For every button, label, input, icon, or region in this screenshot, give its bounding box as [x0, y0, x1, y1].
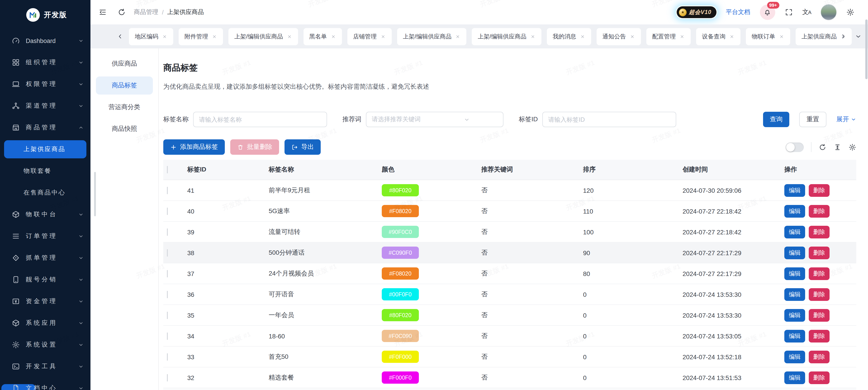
- breadcrumb-parent[interactable]: 商品管理: [134, 8, 158, 16]
- close-icon[interactable]: [380, 34, 385, 39]
- tabs-dropdown-icon[interactable]: [855, 33, 862, 40]
- close-icon[interactable]: [779, 34, 784, 39]
- sidebar-item[interactable]: 订单管理: [0, 225, 90, 247]
- close-icon[interactable]: [679, 34, 685, 39]
- table-row[interactable]: 3724个月视频会员#F08020否802024-07-27 22:17:29编…: [163, 263, 856, 284]
- tab[interactable]: 设备查询: [696, 28, 740, 45]
- delete-button[interactable]: 删除: [809, 246, 830, 259]
- delete-button[interactable]: 删除: [809, 330, 830, 342]
- delete-button[interactable]: 删除: [809, 371, 830, 384]
- table-row[interactable]: 35一年会员#80F020否02024-07-24 13:53:30编辑删除: [163, 305, 856, 326]
- edit-button[interactable]: 编辑: [784, 371, 805, 384]
- subnav-item[interactable]: 供应商品: [96, 55, 153, 73]
- tag-name-input[interactable]: [193, 112, 327, 127]
- row-checkbox[interactable]: [167, 249, 168, 256]
- tab[interactable]: 配置管理: [646, 28, 691, 45]
- fullscreen-icon[interactable]: [784, 8, 793, 16]
- table-row[interactable]: 38500分钟通话#C090F0否902024-07-27 22:17:29编辑…: [163, 242, 856, 263]
- tab[interactable]: 店铺管理: [347, 28, 392, 45]
- edit-button[interactable]: 编辑: [784, 288, 805, 301]
- sidebar-item[interactable]: 资金管理: [0, 291, 90, 312]
- edit-button[interactable]: 编辑: [784, 184, 805, 197]
- search-button[interactable]: 查询: [763, 112, 789, 127]
- reload-icon[interactable]: [819, 143, 827, 151]
- close-icon[interactable]: [212, 34, 217, 39]
- close-icon[interactable]: [286, 34, 292, 39]
- tab[interactable]: 通知公告: [597, 28, 641, 45]
- row-checkbox[interactable]: [167, 207, 168, 215]
- column-settings-gear-icon[interactable]: [848, 143, 856, 151]
- tag-id-input[interactable]: [542, 112, 676, 127]
- close-icon[interactable]: [630, 34, 635, 39]
- avatar[interactable]: [820, 4, 837, 20]
- edit-button[interactable]: 编辑: [784, 246, 805, 259]
- vip-badge[interactable]: ★ 超会V10: [677, 6, 716, 18]
- row-checkbox[interactable]: [167, 353, 168, 360]
- edit-button[interactable]: 编辑: [784, 226, 805, 238]
- reset-button[interactable]: 重置: [799, 112, 827, 127]
- row-checkbox[interactable]: [167, 187, 168, 194]
- table-row[interactable]: 41前半年9元月租#80F020否1202024-07-30 20:59:06编…: [163, 180, 856, 201]
- sidebar-item[interactable]: 靓号分销: [0, 269, 90, 291]
- sidebar-item[interactable]: 商品管理: [0, 117, 90, 139]
- refresh-icon[interactable]: [118, 8, 126, 16]
- delete-button[interactable]: 删除: [809, 226, 830, 238]
- translate-icon[interactable]: 文A: [802, 8, 811, 16]
- table-row[interactable]: 32精选套餐#F000F0否02024-07-24 13:51:53编辑删除: [163, 367, 856, 388]
- sidebar-item[interactable]: 系统应用: [0, 312, 90, 334]
- sidebar-item[interactable]: 文档中心: [0, 377, 90, 390]
- row-checkbox[interactable]: [167, 332, 168, 339]
- subnav-item[interactable]: 商品标签: [96, 77, 153, 95]
- row-checkbox[interactable]: [167, 270, 168, 277]
- edit-button[interactable]: 编辑: [784, 267, 805, 280]
- row-checkbox[interactable]: [167, 311, 168, 319]
- delete-button[interactable]: 删除: [809, 184, 830, 197]
- sidebar-item[interactable]: 抓单管理: [0, 247, 90, 269]
- delete-button[interactable]: 删除: [809, 205, 830, 217]
- toggle-switch[interactable]: [786, 142, 804, 152]
- table-row[interactable]: 39流量可结转#90F0C0否1002024-07-27 22:18:42编辑删…: [163, 222, 856, 242]
- keyword-select[interactable]: 请选择推荐关键词: [366, 112, 503, 127]
- sidebar-item[interactable]: 渠道管理: [0, 95, 90, 117]
- platform-docs-link[interactable]: 平台文档: [726, 8, 750, 16]
- close-icon[interactable]: [729, 34, 735, 39]
- tab[interactable]: 黑名单: [303, 28, 342, 45]
- menu-fold-icon[interactable]: [99, 8, 107, 16]
- sidebar-item[interactable]: 物联中台: [0, 204, 90, 225]
- select-all-checkbox[interactable]: [167, 166, 168, 173]
- sidebar-item[interactable]: Dashboard: [0, 30, 90, 52]
- expand-link[interactable]: 展开: [836, 115, 856, 123]
- table-row[interactable]: 405G速率#F08020否1102024-07-27 22:18:42编辑删除: [163, 201, 856, 222]
- table-row[interactable]: 33首充50#F0F000否02024-07-24 13:52:18编辑删除: [163, 347, 856, 367]
- row-checkbox[interactable]: [167, 374, 168, 381]
- sidebar-subitem[interactable]: 上架供应商品: [4, 140, 86, 158]
- gear-icon[interactable]: [846, 8, 855, 16]
- close-icon[interactable]: [580, 34, 585, 39]
- sidebar-item[interactable]: 系统设置: [0, 334, 90, 356]
- row-checkbox[interactable]: [167, 291, 168, 298]
- tab[interactable]: 地区编码: [129, 28, 173, 45]
- inner-scrollbar[interactable]: [94, 172, 96, 216]
- tab[interactable]: 上架/编辑供应商品: [472, 28, 541, 45]
- delete-button[interactable]: 删除: [809, 267, 830, 280]
- subnav-item[interactable]: 商品快照: [96, 120, 153, 138]
- sidebar-item[interactable]: 权限管理: [0, 73, 90, 95]
- sidebar-item[interactable]: 开发工具: [0, 356, 90, 377]
- edit-button[interactable]: 编辑: [784, 205, 805, 217]
- tab[interactable]: 上架/编辑供应商品: [228, 28, 298, 45]
- window-scrollbar[interactable]: [865, 20, 868, 79]
- table-row[interactable]: 36可开语音#00F0F0否02024-07-24 13:53:30编辑删除: [163, 284, 856, 305]
- close-icon[interactable]: [331, 34, 336, 39]
- tab[interactable]: 上架/编辑供应商品: [397, 28, 466, 45]
- tab[interactable]: 我的消息: [547, 28, 591, 45]
- edit-button[interactable]: 编辑: [784, 309, 805, 322]
- table-row[interactable]: 3418-60#F0C090否02024-07-24 13:53:05编辑删除: [163, 326, 856, 347]
- subnav-item[interactable]: 营运商分类: [96, 98, 153, 116]
- tab[interactable]: 物联订单: [746, 28, 790, 45]
- edit-button[interactable]: 编辑: [784, 330, 805, 342]
- close-icon[interactable]: [530, 34, 535, 39]
- batch-delete-button[interactable]: 批量删除: [230, 139, 279, 155]
- delete-button[interactable]: 删除: [809, 309, 830, 322]
- delete-button[interactable]: 删除: [809, 351, 830, 363]
- logo[interactable]: 开发版: [0, 0, 90, 30]
